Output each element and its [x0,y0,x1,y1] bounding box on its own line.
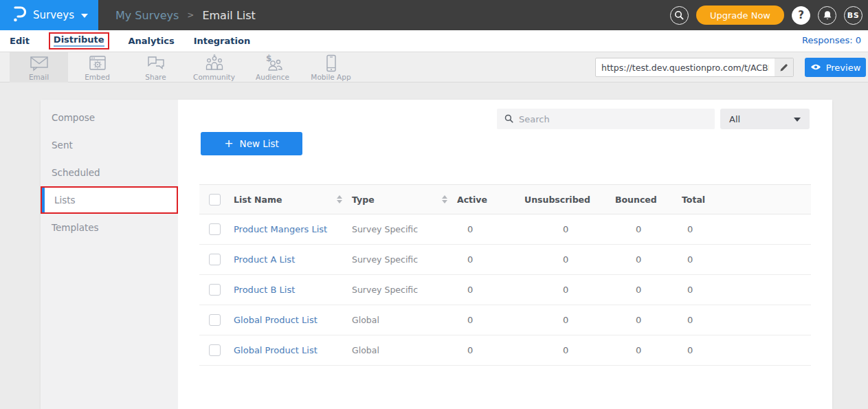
toolbar-item-email[interactable]: Email [10,52,68,82]
new-list-label: New List [240,138,279,149]
email-icon [29,54,49,72]
list-filter-dropdown[interactable]: All [720,109,810,129]
toolbar-item-label: Mobile App [311,73,350,81]
product-switcher[interactable]: Surveys [0,0,98,30]
audience-icon: $ [262,54,284,72]
preview-button[interactable]: Preview [805,58,866,77]
user-avatar[interactable]: BS [844,6,863,25]
list-type: Global [352,345,379,355]
responses-count[interactable]: Responses: 0 [802,30,861,52]
unsubscribed-count: 0 [524,224,615,234]
column-header-list-name: List Name [234,195,282,205]
toolbar-item-mobile-app[interactable]: Mobile App [302,52,360,82]
survey-nav-tabs: Edit Distribute Analytics Integration Re… [0,30,868,52]
select-all-checkbox[interactable] [209,194,221,206]
product-name: Surveys [33,9,74,21]
new-list-button[interactable]: + New List [201,132,302,155]
page-background: Compose Sent Scheduled Lists Templates A… [0,82,868,409]
notifications-bell-icon[interactable] [818,6,836,25]
community-icon [204,54,225,72]
list-type: Global [352,315,379,325]
breadcrumb-separator: > [187,10,194,20]
search-icon [504,113,513,126]
sort-icon[interactable] [442,195,447,203]
column-header-unsubscribed: Unsubscribed [524,195,615,205]
app-window: Surveys My Surveys > Email List Upgrade … [0,0,868,409]
row-checkbox[interactable] [209,314,221,326]
unsubscribed-count: 0 [524,315,615,325]
sidebar-item-scheduled[interactable]: Scheduled [41,159,178,186]
email-sidebar: Compose Sent Scheduled Lists Templates [41,100,178,409]
list-name-link[interactable]: Global Product List [234,345,318,355]
upgrade-now-button[interactable]: Upgrade Now [696,5,784,25]
search-icon[interactable] [670,6,689,25]
chevron-down-icon [794,118,801,122]
list-name-link[interactable]: Global Product List [234,315,318,325]
table-row: Global Product List Global 0 0 0 0 [199,305,811,335]
total-count: 0 [682,224,811,234]
active-count: 0 [457,285,524,295]
unsubscribed-count: 0 [524,345,615,355]
sidebar-item-sent[interactable]: Sent [41,131,178,159]
survey-url-box [595,58,794,77]
list-name-link[interactable]: Product A List [234,254,295,265]
active-count: 0 [457,224,524,234]
toolbar-item-community[interactable]: Community [185,52,243,82]
row-checkbox[interactable] [209,223,221,235]
preview-label: Preview [826,63,861,73]
avatar-initials: BS [847,11,859,20]
table-row: Product A List Survey Specific 0 0 0 0 [199,245,811,275]
list-search-input[interactable] [519,114,707,124]
filter-selected-value: All [729,114,740,124]
survey-url-input[interactable] [596,58,775,76]
breadcrumb-parent[interactable]: My Surveys [115,9,179,22]
topbar: Surveys My Surveys > Email List Upgrade … [0,0,868,30]
lists-content: All + New List List Name [178,100,832,409]
list-type: Survey Specific [352,224,418,234]
sort-icon[interactable] [337,195,342,203]
mobile-app-icon [326,54,337,72]
help-icon[interactable]: ? [792,6,810,25]
toolbar-item-share[interactable]: Share [126,52,185,82]
active-count: 0 [457,345,524,355]
tab-analytics[interactable]: Analytics [129,36,175,46]
toolbar-item-label: Share [145,73,166,81]
list-name-link[interactable]: Product B List [234,285,295,295]
table-row: Global Product List Global 0 0 0 0 [199,335,811,366]
bounced-count: 0 [615,345,682,355]
edit-url-pencil-icon[interactable] [775,58,793,76]
tab-edit[interactable]: Edit [10,36,30,46]
column-header-type: Type [352,195,375,205]
toolbar-item-label: Embed [85,73,110,81]
distribute-toolbar: Email Embed Share Community [0,52,868,82]
breadcrumb: My Surveys > Email List [115,0,256,30]
chevron-down-icon [81,14,88,18]
plus-icon: + [224,138,233,149]
list-type: Survey Specific [352,254,418,265]
list-type: Survey Specific [352,285,418,295]
active-count: 0 [457,254,524,265]
tab-distribute[interactable]: Distribute [49,32,109,49]
row-checkbox[interactable] [209,254,221,265]
sidebar-item-compose[interactable]: Compose [41,104,178,131]
sidebar-item-templates[interactable]: Templates [41,214,178,241]
toolbar-item-label: Audience [256,73,289,81]
bounced-count: 0 [615,254,682,265]
tab-integration[interactable]: Integration [194,36,250,46]
bounced-count: 0 [615,285,682,295]
bounced-count: 0 [615,224,682,234]
toolbar-item-embed[interactable]: Embed [68,52,126,82]
row-checkbox[interactable] [209,344,221,356]
toolbar-item-label: Community [193,73,235,81]
email-lists-card: Compose Sent Scheduled Lists Templates A… [41,100,832,409]
sidebar-item-lists[interactable]: Lists [41,186,178,214]
total-count: 0 [682,285,811,295]
row-checkbox[interactable] [209,284,221,296]
email-lists-table: List Name Type Active Unsubscribed Bounc… [199,184,811,366]
column-header-total: Total [682,195,811,205]
total-count: 0 [682,254,811,265]
list-name-link[interactable]: Product Mangers List [234,224,327,234]
toolbar-item-audience[interactable]: $ Audience [243,52,302,82]
topbar-actions: Upgrade Now ? BS [670,0,863,30]
column-header-active: Active [457,195,524,205]
